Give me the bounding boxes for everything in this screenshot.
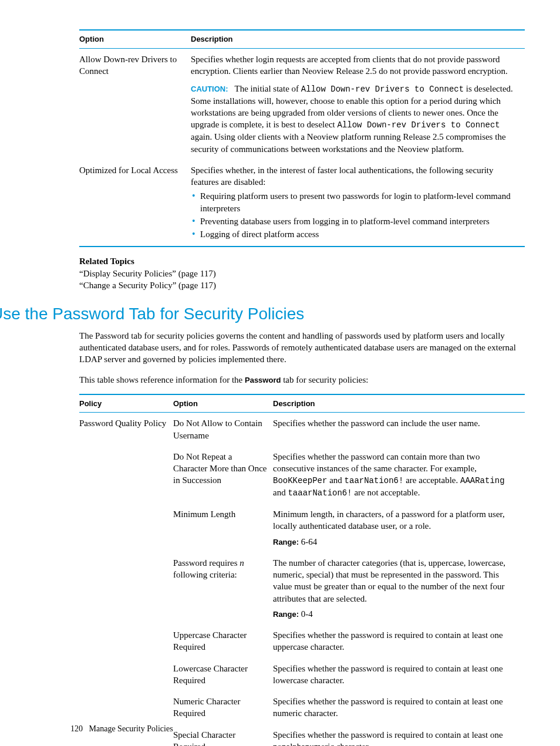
caution-text: The initial state of xyxy=(235,84,301,93)
text: are acceptable. xyxy=(403,475,460,485)
options-table: Option Description Allow Down-rev Driver… xyxy=(79,29,525,247)
text: tab for security policies: xyxy=(281,375,368,384)
code-text: AAARating xyxy=(460,476,505,485)
desc-text: Specifies whether login requests are acc… xyxy=(191,53,519,77)
col-description-header: Description xyxy=(191,30,525,48)
code-text: BooKKeepPer xyxy=(273,476,327,485)
code-text: Allow Down-rev Drivers to Connect xyxy=(301,85,464,94)
range-line: Range: 0-4 xyxy=(273,608,519,620)
policy-cell: Password Quality Policy xyxy=(79,413,173,446)
description-cell: Specifies whether the password can conta… xyxy=(273,446,525,504)
text: Specifies whether the password can conta… xyxy=(273,452,480,473)
description-cell: Specifies whether the password is requir… xyxy=(273,691,525,724)
option-cell: Minimum Length xyxy=(173,504,273,552)
option-cell: Special Character Required xyxy=(173,724,273,746)
related-link[interactable]: “Display Security Policies” (page 117) xyxy=(79,268,525,279)
text: are not acceptable. xyxy=(352,488,420,497)
table-row: Password Quality Policy Do Not Allow to … xyxy=(79,413,525,446)
option-cell: Uppercase Character Required xyxy=(173,625,273,658)
chapter-title: Manage Security Policies xyxy=(89,724,173,733)
description-cell: Specifies whether the password is requir… xyxy=(273,625,525,658)
bold-text: Password xyxy=(245,376,281,384)
text: following criteria: xyxy=(173,570,237,579)
list-item: Logging of direct platform access xyxy=(191,228,519,240)
related-topics-heading: Related Topics xyxy=(79,255,525,267)
text: Password requires xyxy=(173,558,239,568)
code-text: taaarNation6! xyxy=(288,488,352,498)
desc-text: The number of character categories (that… xyxy=(273,557,519,605)
table-row: Minimum Length Minimum length, in charac… xyxy=(79,504,525,552)
page-number: 120 xyxy=(70,724,83,733)
range-line: Range: 6-64 xyxy=(273,536,519,548)
italic-text: n xyxy=(239,558,244,568)
range-label: Range: xyxy=(273,538,299,546)
option-cell: Allow Down-rev Drivers to Connect xyxy=(79,48,191,160)
description-cell: Specifies whether, in the interest of fa… xyxy=(191,160,525,247)
option-cell: Do Not Allow to Contain Username xyxy=(173,413,273,446)
col-description-header: Description xyxy=(273,394,525,413)
caution-block: CAUTION: The initial state of Allow Down… xyxy=(191,83,519,155)
option-cell: Password requires n following criteria: xyxy=(173,552,273,625)
description-cell: Specifies whether the password is requir… xyxy=(273,724,525,746)
desc-text: Specifies whether, in the interest of fa… xyxy=(191,164,519,188)
option-cell: Lowercase Character Required xyxy=(173,658,273,691)
text: and xyxy=(327,475,344,485)
description-cell: The number of character categories (that… xyxy=(273,552,525,625)
range-label: Range: xyxy=(273,610,299,619)
table-row: Uppercase Character Required Specifies w… xyxy=(79,625,525,658)
text: and xyxy=(273,488,288,497)
list-item: Requiring platform users to present two … xyxy=(191,190,519,214)
page-footer: 120 Manage Security Policies xyxy=(70,724,173,735)
intro-paragraph: The Password tab for security policies g… xyxy=(79,330,525,366)
code-text: taarNation6! xyxy=(345,476,404,485)
caution-text: again. Using older clients with a Neovie… xyxy=(191,132,506,153)
description-cell: Specifies whether the password can inclu… xyxy=(273,413,525,446)
table-row: Optimized for Local Access Specifies whe… xyxy=(79,160,525,247)
code-text: Allow Down-rev Drivers to Connect xyxy=(338,120,500,130)
range-value: 6-64 xyxy=(299,537,317,546)
related-link[interactable]: “Change a Security Policy” (page 117) xyxy=(79,279,525,291)
range-value: 0-4 xyxy=(299,609,313,619)
description-cell: Specifies whether the password is requir… xyxy=(273,658,525,691)
option-cell: Numeric Character Required xyxy=(173,691,273,724)
feature-list: Requiring platform users to present two … xyxy=(191,190,519,240)
text: This table shows reference information f… xyxy=(79,375,245,384)
table-row: Allow Down-rev Drivers to Connect Specif… xyxy=(79,48,525,160)
caution-label: CAUTION: xyxy=(191,85,228,93)
table-row: Do Not Repeat a Character More than Once… xyxy=(79,446,525,504)
option-cell: Do Not Repeat a Character More than Once… xyxy=(173,446,273,504)
desc-text: Minimum length, in characters, of a pass… xyxy=(273,508,519,532)
table-row: Password requires n following criteria: … xyxy=(79,552,525,625)
description-cell: Specifies whether login requests are acc… xyxy=(191,48,525,160)
table-row: Numeric Character Required Specifies whe… xyxy=(79,691,525,724)
table-intro-paragraph: This table shows reference information f… xyxy=(79,374,525,386)
section-heading: Use the Password Tab for Security Polici… xyxy=(0,303,525,325)
description-cell: Minimum length, in characters, of a pass… xyxy=(273,504,525,552)
col-option-header: Option xyxy=(79,30,191,48)
col-policy-header: Policy xyxy=(79,394,173,413)
password-policy-table: Policy Option Description Password Quali… xyxy=(79,394,525,746)
col-option-header: Option xyxy=(173,394,273,413)
table-row: Lowercase Character Required Specifies w… xyxy=(79,658,525,691)
option-cell: Optimized for Local Access xyxy=(79,160,191,247)
list-item: Preventing database users from logging i… xyxy=(191,215,519,227)
